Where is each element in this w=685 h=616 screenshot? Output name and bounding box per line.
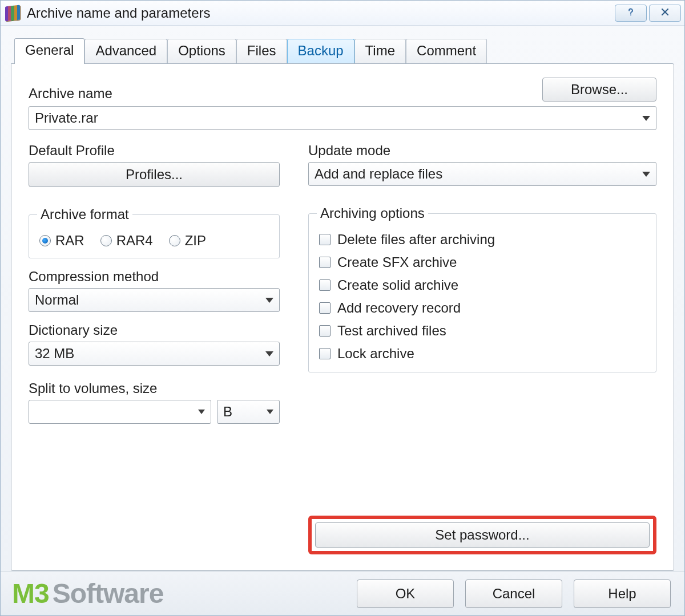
tab-files[interactable]: Files [236,39,287,63]
check-test-archived[interactable]: Test archived files [319,323,646,339]
close-icon [659,5,671,21]
archive-name-label: Archive name [29,86,112,102]
radio-icon [100,235,112,246]
button-label: Cancel [493,586,535,601]
chevron-down-icon [265,298,273,303]
radio-icon [169,235,180,246]
browse-button[interactable]: Browse... [542,78,656,102]
svg-point-0 [630,14,631,15]
select-value: Add and replace files [315,166,442,182]
checkbox-icon [319,257,331,268]
tab-label: General [25,42,74,58]
default-profile-label: Default Profile [29,143,280,159]
tab-label: Time [365,43,395,58]
dictionary-size-select[interactable]: 32 MB [29,342,280,366]
tab-advanced[interactable]: Advanced [84,39,167,63]
check-label: Add recovery record [337,300,461,316]
compression-method-select[interactable]: Normal [29,288,280,312]
set-password-highlight: Set password... [308,516,656,554]
archive-format-group: Archive format RAR RAR4 [29,206,280,258]
check-recovery-record[interactable]: Add recovery record [319,300,646,316]
watermark-logo: M3 Software [12,578,163,609]
checkbox-icon [319,348,331,359]
watermark-word: Software [53,578,164,609]
ok-button[interactable]: OK [357,579,454,608]
titlebar-help-button[interactable] [615,5,647,22]
radio-rar4[interactable]: RAR4 [100,233,153,249]
split-size-combo[interactable] [29,400,211,424]
checkbox-icon [319,279,331,291]
tab-general[interactable]: General [14,38,84,64]
select-value: Normal [35,292,79,308]
archiving-options-group: Archiving options Delete files after arc… [308,205,656,372]
tab-label: Files [247,43,276,58]
checkbox-icon [319,325,331,337]
help-icon [625,5,636,21]
set-password-button[interactable]: Set password... [315,522,650,548]
archive-name-value: Private.rar [35,110,98,126]
dialog-window: Archive name and parameters General Adva… [0,0,685,616]
chevron-down-icon [267,410,273,414]
watermark-brand: M3 [12,578,49,609]
dictionary-size-label: Dictionary size [29,322,280,338]
tab-comment[interactable]: Comment [406,39,487,63]
radio-label: ZIP [185,233,206,249]
radio-label: RAR [55,233,84,249]
button-label: Browse... [571,82,628,97]
radio-label: RAR4 [116,233,153,249]
button-label: OK [396,586,416,601]
radio-zip[interactable]: ZIP [169,233,206,249]
compression-method-label: Compression method [29,269,280,285]
button-label: Set password... [435,527,529,542]
tab-label: Options [178,43,225,58]
client-area: General Advanced Options Files Backup Ti… [1,26,684,571]
tab-options[interactable]: Options [167,39,236,63]
tab-label: Advanced [95,43,156,58]
tabstrip: General Advanced Options Files Backup Ti… [11,37,674,63]
checkbox-icon [319,302,331,314]
checkbox-icon [319,234,331,245]
window-title: Archive name and parameters [27,5,211,21]
titlebar: Archive name and parameters [1,1,684,26]
split-unit-select[interactable]: B [217,400,280,424]
chevron-down-icon [198,410,205,414]
check-label: Test archived files [337,323,446,339]
chevron-down-icon [265,351,273,356]
titlebar-close-button[interactable] [649,5,681,22]
profiles-button[interactable]: Profiles... [29,162,280,187]
check-label: Create solid archive [337,277,458,293]
tab-backup[interactable]: Backup [287,39,354,63]
archive-format-legend: Archive format [37,206,132,222]
help-button[interactable]: Help [574,579,671,608]
chevron-down-icon [642,172,650,177]
button-label: Help [608,586,636,601]
select-value: B [223,404,232,420]
check-create-solid[interactable]: Create solid archive [319,277,646,293]
split-volumes-label: Split to volumes, size [29,380,280,396]
tab-pane-general: Archive name Browse... Private.rar Defau… [11,63,674,571]
tab-label: Comment [417,43,476,58]
archive-name-combo[interactable]: Private.rar [29,106,656,130]
update-mode-select[interactable]: Add and replace files [308,162,656,186]
check-create-sfx[interactable]: Create SFX archive [319,254,646,270]
winrar-app-icon [4,5,21,22]
check-delete-after[interactable]: Delete files after archiving [319,232,646,248]
check-lock-archive[interactable]: Lock archive [319,346,646,362]
chevron-down-icon [642,116,650,121]
radio-rar[interactable]: RAR [39,233,84,249]
update-mode-label: Update mode [308,143,656,159]
tab-label: Backup [298,43,344,58]
select-value: 32 MB [35,346,74,362]
check-label: Lock archive [337,346,414,362]
cancel-button[interactable]: Cancel [465,579,562,608]
check-label: Create SFX archive [337,254,457,270]
radio-icon [39,235,51,246]
tab-time[interactable]: Time [354,39,406,63]
check-label: Delete files after archiving [337,232,495,248]
button-label: Profiles... [126,167,183,182]
archiving-options-legend: Archiving options [317,205,428,221]
dialog-footer: M3 Software OK Cancel Help [1,571,684,615]
